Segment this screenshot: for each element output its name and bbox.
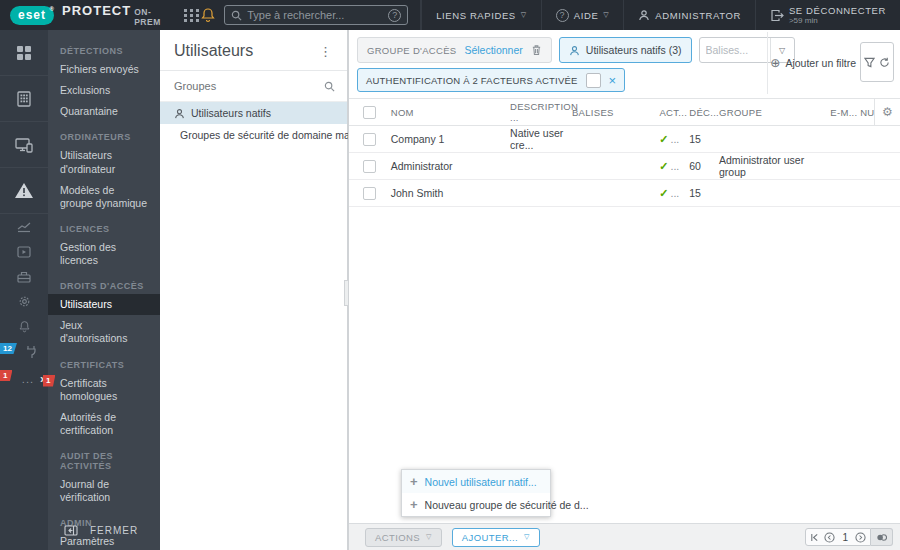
col-groupe[interactable]: GROUPE — [719, 107, 830, 118]
app-grid-icon[interactable] — [184, 9, 200, 22]
logout-icon — [770, 9, 784, 22]
logout-timer: >59 min — [789, 16, 886, 26]
add-label: AJOUTER... — [462, 532, 518, 543]
computers-icon[interactable] — [0, 76, 48, 122]
col-balises[interactable]: BALISES — [572, 107, 659, 118]
add-filter-button[interactable]: ⊕ Ajouter un filtre — [770, 56, 856, 70]
nav-icon-strip: 12 1 ... › — [0, 30, 48, 550]
twofa-checkbox[interactable] — [586, 73, 601, 88]
sidebar-item-label: Certificats homologues — [60, 377, 117, 402]
tree-item-native-users[interactable]: Utilisateurs natifs — [160, 102, 347, 124]
sidebar-item-autorites-certification[interactable]: Autorités de certification — [48, 407, 160, 441]
help-menu[interactable]: ? AIDE ▽ — [541, 0, 624, 30]
actions-button[interactable]: ACTIONS ▽ — [365, 528, 442, 547]
table-row[interactable]: Company 1 Native user cre... ✓... 15 — [349, 126, 900, 153]
collapse-sidebar-button[interactable]: FERMER — [48, 519, 160, 542]
native-users-filter-chip[interactable]: Utilisateurs natifs (3) — [559, 37, 692, 63]
help-icon: ? — [556, 9, 569, 22]
sidebar-item-fichiers-envoyes[interactable]: Fichiers envoyés — [48, 59, 160, 80]
sidebar-item-certificats-homologues[interactable]: 1 Certificats homologues — [48, 373, 160, 407]
search-help-icon[interactable]: ? — [388, 9, 401, 22]
detections-icon[interactable] — [0, 168, 48, 214]
table-row[interactable]: Administrator ✓... 60 Administrator user… — [349, 153, 900, 180]
plus-circle-icon: ⊕ — [770, 56, 780, 70]
funnel-icon[interactable] — [864, 57, 875, 68]
global-search[interactable]: ? — [224, 5, 408, 25]
access-group-select-link[interactable]: Sélectionner — [464, 44, 522, 56]
sidebar-item-exclusions[interactable]: Exclusions — [48, 80, 160, 101]
search-input[interactable] — [247, 9, 383, 21]
prev-page-button[interactable] — [824, 532, 835, 543]
sidebar-item-jeux-autorisations[interactable]: Jeux d'autorisations — [48, 315, 160, 349]
sidebar-more-button[interactable]: 1 ... › — [0, 366, 48, 392]
menu-item-new-native-user[interactable]: + Nouvel utilisateur natif... — [402, 470, 550, 493]
collapse-label: FERMER — [90, 525, 138, 536]
check-icon: ✓ — [659, 133, 668, 146]
cell-nom: John Smith — [391, 187, 510, 199]
col-nom[interactable]: NOM — [391, 107, 510, 118]
reports-icon[interactable] — [0, 214, 48, 239]
notifications-bell-icon[interactable] — [0, 314, 48, 339]
bottom-action-bar: ACTIONS ▽ AJOUTER... ▽ 1 — [349, 523, 900, 550]
sidebar-item-gestion-licences[interactable]: Gestion des licences — [48, 237, 160, 271]
row-checkbox[interactable] — [363, 133, 376, 146]
twofa-remove-icon[interactable]: × — [609, 74, 617, 87]
notification-count-badge: 12 — [0, 343, 17, 354]
twofa-chip-label: AUTHENTIFICATION À 2 FACTEURS ACTIVÉE — [366, 75, 578, 86]
sidebar-item-utilisateurs-ordinateur[interactable]: Utilisateurs d'ordinateur — [48, 145, 160, 179]
refresh-icon[interactable] — [879, 57, 890, 68]
users-table: NOM DESCRIPTION ... BALISES ACT... DÉC..… — [349, 98, 900, 207]
rows-per-page-button[interactable] — [871, 528, 893, 546]
cell-description: Native user cre... — [510, 127, 572, 151]
policies-gear-icon[interactable] — [0, 289, 48, 314]
section-licences: LICENCES — [48, 214, 160, 237]
table-row[interactable]: John Smith ✓... 15 — [349, 180, 900, 207]
chevron-down-icon: ▽ — [426, 533, 432, 541]
user-menu[interactable]: ADMINISTRATOR — [623, 0, 755, 30]
product-name: PROTECT ON-PREM — [62, 3, 170, 27]
cell-nom: Administrator — [391, 160, 510, 172]
tree-item-mapped-domain-groups[interactable]: Groupes de sécurité de domaine mappé — [160, 124, 347, 146]
groups-label: Groupes — [174, 80, 216, 92]
col-nu[interactable]: NU — [860, 107, 874, 118]
first-page-button[interactable] — [810, 533, 819, 542]
menu-item-new-security-group[interactable]: + Nouveau groupe de sécurité de d... — [402, 493, 550, 516]
installers-icon[interactable] — [0, 264, 48, 289]
eset-logo[interactable]: eset® — [10, 6, 54, 25]
quick-links-menu[interactable]: LIENS RAPIDES ▽ — [421, 0, 541, 30]
row-checkbox[interactable] — [363, 187, 376, 200]
sidebar-item-quarantaine[interactable]: Quarantaine — [48, 101, 160, 122]
logo-text: eset — [18, 8, 46, 22]
trash-icon[interactable] — [531, 44, 542, 56]
tree-item-label: Groupes de sécurité de domaine mappé — [180, 129, 367, 141]
dashboard-icon[interactable] — [0, 30, 48, 76]
row-checkbox[interactable] — [363, 160, 376, 173]
logout-button[interactable]: SE DÉCONNECTER >59 min — [755, 0, 900, 30]
page-number: 1 — [840, 532, 850, 543]
panel-menu-icon[interactable]: ⋮ — [316, 44, 335, 59]
tasks-icon[interactable] — [0, 239, 48, 264]
add-button[interactable]: AJOUTER... ▽ — [452, 528, 540, 547]
top-bar: eset® PROTECT ON-PREM ? LIENS RAPIDES ▽ … — [0, 0, 900, 30]
col-email[interactable]: E-M... — [830, 107, 860, 118]
table-settings-gear-icon[interactable]: ⚙ — [882, 105, 893, 119]
filter-tools — [860, 42, 894, 82]
next-page-button[interactable] — [855, 532, 866, 543]
groups-search-icon[interactable] — [324, 81, 335, 92]
sidebar-item-modeles-groupe[interactable]: Modèles de groupe dynamique — [48, 180, 160, 214]
tags-input[interactable] — [700, 44, 770, 56]
devices-icon[interactable] — [0, 122, 48, 168]
status-overview-icon[interactable]: 12 — [0, 339, 48, 364]
sidebar-item-utilisateurs[interactable]: Utilisateurs — [48, 294, 160, 315]
sidebar-item-journal-verification[interactable]: Journal de vérification — [48, 474, 160, 508]
collapse-icon — [64, 525, 78, 536]
notification-bell-icon[interactable] — [200, 7, 216, 23]
select-all-checkbox[interactable] — [363, 106, 376, 119]
product-label: PROTECT — [62, 3, 131, 18]
col-act[interactable]: ACT... — [659, 107, 689, 118]
twofa-filter-chip: AUTHENTIFICATION À 2 FACTEURS ACTIVÉE × — [357, 68, 625, 92]
user-label: ADMINISTRATOR — [655, 10, 741, 21]
col-dec[interactable]: DÉC... — [689, 107, 719, 118]
col-description[interactable]: DESCRIPTION ... — [510, 101, 572, 123]
chevron-down-icon: ▽ — [524, 533, 530, 541]
